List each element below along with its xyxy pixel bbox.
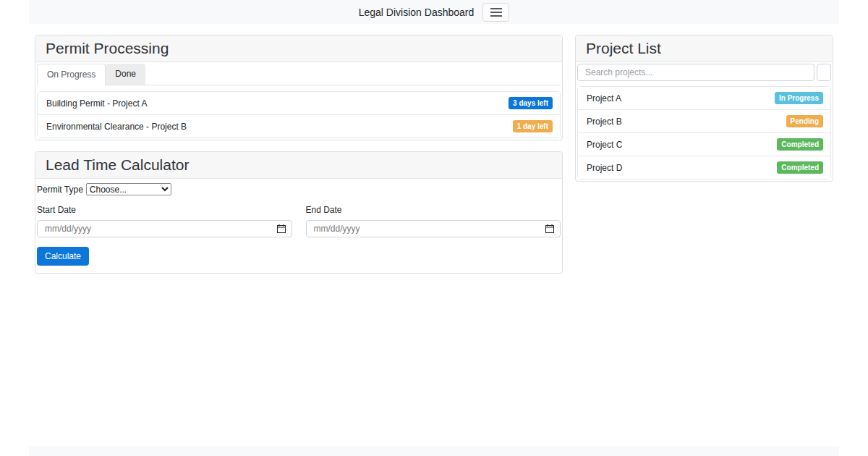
project-list-title: Project List	[586, 40, 822, 57]
project-list: Project A In Progress Project B Pending …	[577, 86, 831, 180]
project-list-item: Project C Completed	[578, 132, 830, 156]
project-list-card: Project List Project A In Progress Proje…	[575, 35, 833, 182]
hamburger-icon	[490, 12, 502, 13]
page-container: Legal Division Dashboard Permit Processi…	[29, 0, 839, 274]
permit-processing-title: Permit Processing	[46, 40, 552, 57]
permit-processing-card: Permit Processing On Progress Done Build…	[35, 35, 563, 140]
lead-time-calculator-body: Permit Type Choose... Start Date	[35, 179, 562, 273]
permit-list: Building Permit - Project A 3 days left …	[37, 91, 561, 138]
main-content: Permit Processing On Progress Done Build…	[29, 35, 839, 274]
navbar-title: Legal Division Dashboard	[359, 7, 475, 18]
start-date-group: Start Date	[37, 205, 292, 237]
end-date-group: End Date	[306, 205, 561, 237]
project-name: Project B	[587, 117, 622, 127]
end-date-wrap	[306, 220, 561, 237]
permit-tabs: On Progress Done	[37, 64, 561, 85]
lead-time-calculator-header: Lead Time Calculator	[35, 152, 562, 179]
start-date-label: Start Date	[37, 205, 292, 215]
permit-item-label: Building Permit - Project A	[46, 98, 147, 109]
status-badge: Completed	[777, 161, 823, 174]
navbar: Legal Division Dashboard	[29, 0, 839, 24]
project-list-item: Project D Completed	[578, 156, 830, 179]
project-list-header: Project List	[576, 35, 833, 62]
permit-processing-header: Permit Processing	[35, 35, 562, 62]
tab-done[interactable]: Done	[106, 64, 145, 85]
project-list-body: Project A In Progress Project B Pending …	[576, 62, 833, 181]
calculate-button[interactable]: Calculate	[37, 247, 89, 266]
left-column: Permit Processing On Progress Done Build…	[35, 35, 563, 274]
dates-row: Start Date	[37, 205, 561, 237]
start-date-wrap	[37, 220, 292, 237]
end-date-input[interactable]	[306, 220, 561, 237]
start-date-input[interactable]	[37, 220, 292, 237]
permit-list-item: Environmental Clearance - Project B 1 da…	[38, 114, 560, 138]
project-search-row	[577, 64, 831, 81]
status-badge: In Progress	[775, 92, 823, 104]
permit-list-item: Building Permit - Project A 3 days left	[38, 92, 560, 114]
tab-on-progress[interactable]: On Progress	[37, 64, 106, 85]
status-badge: Pending	[786, 115, 823, 127]
hamburger-icon	[490, 15, 502, 17]
project-name: Project D	[587, 163, 622, 173]
permit-type-label: Permit Type	[37, 185, 83, 195]
project-name: Project C	[587, 140, 622, 150]
permit-item-label: Environmental Clearance - Project B	[46, 122, 187, 132]
hamburger-icon	[490, 8, 502, 9]
permit-type-row: Permit Type Choose...	[37, 183, 561, 195]
permit-processing-body: On Progress Done Building Permit - Proje…	[35, 62, 562, 140]
deadline-badge: 3 days left	[509, 97, 553, 109]
search-button[interactable]	[817, 64, 831, 81]
project-list-item: Project A In Progress	[578, 87, 830, 109]
project-name: Project A	[587, 93, 621, 104]
lead-time-calculator-title: Lead Time Calculator	[46, 156, 552, 174]
permit-type-select[interactable]: Choose...	[86, 183, 171, 195]
status-badge: Completed	[777, 138, 823, 151]
deadline-badge: 1 day left	[513, 120, 553, 132]
right-column: Project List Project A In Progress Proje…	[575, 35, 833, 182]
lead-time-calculator-card: Lead Time Calculator Permit Type Choose.…	[35, 151, 563, 274]
project-list-item: Project B Pending	[578, 109, 830, 132]
project-search-input[interactable]	[577, 64, 814, 81]
menu-toggle-button[interactable]	[482, 3, 509, 22]
footer-strip	[29, 446, 839, 456]
end-date-label: End Date	[306, 205, 561, 215]
